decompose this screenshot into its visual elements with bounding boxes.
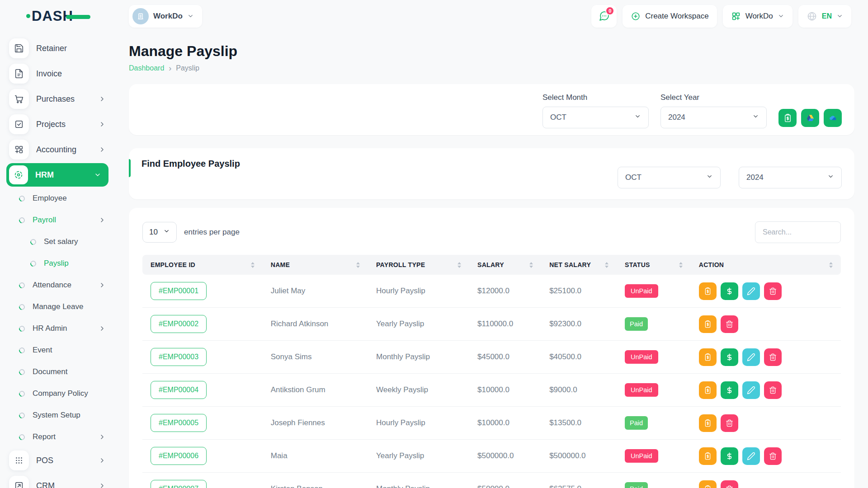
column-header-payroll-type[interactable]: PAYROLL TYPE	[368, 255, 469, 275]
employee-id-badge[interactable]: #EMP00002	[151, 315, 207, 333]
delete-button[interactable]	[721, 315, 738, 333]
sidebar-item-label: Retainer	[36, 44, 67, 53]
messages-button[interactable]: 0	[591, 5, 617, 28]
bullet-icon	[18, 368, 26, 376]
edit-button[interactable]	[742, 348, 760, 366]
delete-button[interactable]	[764, 447, 782, 465]
plus-circle-icon	[631, 11, 641, 21]
bulk-payment-button[interactable]	[778, 109, 797, 127]
sort-icon	[829, 262, 833, 268]
year-select[interactable]: 2024	[660, 107, 767, 128]
sidebar-item-document[interactable]: Document	[0, 361, 118, 383]
bullet-icon	[18, 324, 26, 333]
sidebar-item-manage-leave[interactable]: Manage Leave	[0, 296, 118, 318]
sidebar-item-crm[interactable]: CRM	[0, 473, 118, 488]
find-year-select[interactable]: 2024	[739, 167, 842, 188]
find-month-select[interactable]: OCT	[618, 167, 721, 188]
net-salary-value: $92300.0	[541, 308, 617, 341]
payslip-button[interactable]	[699, 315, 717, 333]
status-badge: Paid	[625, 317, 648, 331]
column-header-employee-id[interactable]: EMPLOYEE ID	[142, 255, 263, 275]
column-header-net-salary[interactable]: NET SALARY	[541, 255, 617, 275]
payslip-button[interactable]	[699, 480, 717, 488]
app-logo[interactable]: DASH	[0, 0, 118, 32]
delete-button[interactable]	[721, 480, 738, 488]
payslip-button[interactable]	[699, 414, 717, 432]
create-workspace-button[interactable]: Create Workspace	[623, 5, 717, 28]
sidebar-item-pos[interactable]: POS	[0, 448, 118, 473]
pay-button[interactable]	[721, 348, 738, 366]
employee-id-badge[interactable]: #EMP00004	[151, 381, 207, 399]
sidebar-item-set-salary[interactable]: Set salary	[0, 231, 118, 253]
clipboard-dollar-icon	[703, 353, 712, 361]
column-label: NET SALARY	[549, 261, 591, 268]
employee-name: Joseph Fiennes	[263, 407, 368, 440]
onedrive-export-button[interactable]	[824, 109, 842, 127]
payroll-type: Monthly Payslip	[368, 473, 469, 488]
sidebar-item-system-setup[interactable]: System Setup	[0, 404, 118, 426]
pos-icon	[9, 450, 29, 470]
edit-button[interactable]	[742, 447, 760, 465]
sidebar-item-label: CRM	[36, 481, 55, 488]
table-row: #EMP00003Sonya SimsMonthly Payslip$45000…	[142, 341, 841, 374]
sidebar-item-payslip[interactable]: Payslip	[0, 253, 118, 274]
sidebar-item-event[interactable]: Event	[0, 339, 118, 361]
breadcrumb-separator-icon: ›	[169, 64, 171, 72]
sidebar-item-payroll[interactable]: Payroll	[0, 209, 118, 231]
employee-id-badge[interactable]: #EMP00001	[151, 282, 207, 300]
find-payslip-title: Find Employee Payslip	[142, 159, 618, 169]
edit-button[interactable]	[742, 282, 760, 300]
entries-per-page-value: 10	[149, 228, 158, 237]
chevron-down-icon	[94, 171, 101, 178]
pay-button[interactable]	[721, 381, 738, 399]
sidebar-item-purchases[interactable]: Purchases	[0, 86, 118, 112]
language-selector[interactable]: EN	[798, 5, 851, 28]
pay-button[interactable]	[721, 282, 738, 300]
find-month-value: OCT	[625, 173, 642, 182]
delete-button[interactable]	[764, 348, 782, 366]
search-input[interactable]	[755, 221, 841, 243]
employee-id-badge[interactable]: #EMP00007	[151, 480, 207, 488]
entries-per-page-select[interactable]: 10	[142, 222, 177, 243]
payroll-type: Hourly Payslip	[368, 275, 469, 308]
sidebar-item-accounting[interactable]: Accounting	[0, 137, 118, 162]
status-badge: Paid	[625, 482, 648, 488]
salary-value: $110000.0	[469, 308, 541, 341]
delete-button[interactable]	[721, 414, 738, 432]
breadcrumb-current: Payslip	[176, 64, 199, 72]
dollar-icon	[725, 386, 734, 394]
google-drive-export-button[interactable]	[801, 109, 819, 127]
payslip-button[interactable]	[699, 447, 717, 465]
sidebar-item-attendance[interactable]: Attendance	[0, 274, 118, 296]
employee-id-badge[interactable]: #EMP00006	[151, 447, 207, 465]
delete-button[interactable]	[764, 381, 782, 399]
payslip-button[interactable]	[699, 282, 717, 300]
column-header-status[interactable]: STATUS	[617, 255, 691, 275]
column-header-action[interactable]: ACTION	[691, 255, 841, 275]
bullet-icon	[18, 216, 26, 224]
column-header-salary[interactable]: SALARY	[469, 255, 541, 275]
delete-button[interactable]	[764, 282, 782, 300]
column-header-name[interactable]: NAME	[263, 255, 368, 275]
workdo-menu-button[interactable]: WorkDo	[723, 5, 793, 28]
workspace-selector[interactable]: WorkDo	[129, 5, 202, 28]
sidebar-item-invoice[interactable]: Invoice	[0, 61, 118, 86]
payslip-button[interactable]	[699, 381, 717, 399]
sidebar-item-report[interactable]: Report	[0, 426, 118, 448]
breadcrumb-dashboard-link[interactable]: Dashboard	[129, 64, 164, 72]
sidebar-item-hrm[interactable]: HRM	[6, 163, 108, 187]
payslip-button[interactable]	[699, 348, 717, 366]
sidebar-item-projects[interactable]: Projects	[0, 112, 118, 137]
employee-id-badge[interactable]: #EMP00003	[151, 348, 207, 366]
sidebar-item-company-policy[interactable]: Company Policy	[0, 383, 118, 404]
payroll-type: Hourly Payslip	[368, 407, 469, 440]
sidebar-item-hr-admin[interactable]: HR Admin	[0, 318, 118, 339]
sidebar-item-retainer[interactable]: Retainer	[0, 36, 118, 61]
sidebar-item-employee[interactable]: Employee	[0, 188, 118, 209]
logo-dot-icon	[26, 14, 30, 18]
edit-button[interactable]	[742, 381, 760, 399]
pay-button[interactable]	[721, 447, 738, 465]
chevron-down-icon	[634, 113, 641, 122]
employee-id-badge[interactable]: #EMP00005	[151, 414, 207, 432]
month-select[interactable]: OCT	[542, 107, 649, 128]
